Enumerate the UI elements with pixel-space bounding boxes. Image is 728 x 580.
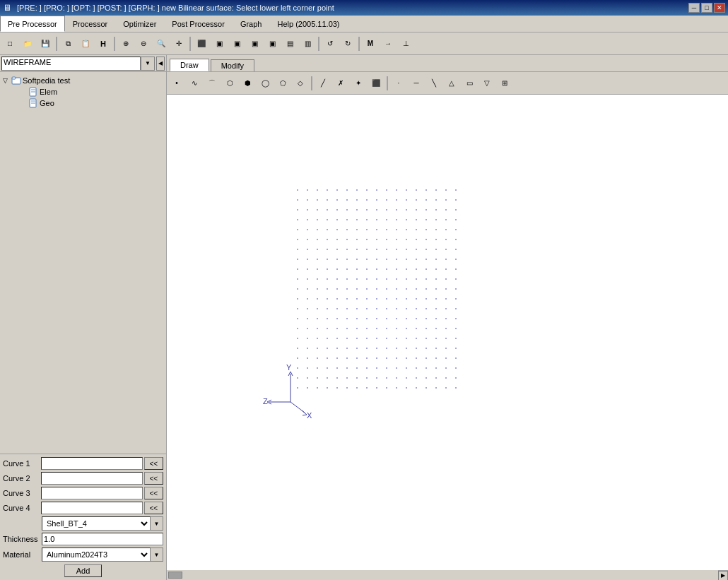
zoom-out-icon[interactable]: ⊖ — [135, 35, 152, 52]
view1-icon[interactable]: ⬛ — [193, 35, 210, 52]
curve4-button[interactable]: << — [144, 502, 163, 514]
material-dropdown-arrow[interactable]: ▼ — [151, 548, 163, 562]
hide-icon[interactable]: H — [95, 35, 112, 52]
menu-tab-graph[interactable]: Graph — [233, 16, 270, 32]
collapse-button[interactable]: ◀ — [156, 57, 165, 71]
minimize-button[interactable]: ─ — [688, 3, 700, 13]
view6-icon[interactable]: ▤ — [281, 35, 298, 52]
curve4-input[interactable] — [41, 502, 143, 514]
poly-tool1-icon[interactable]: ⬡ — [221, 75, 238, 92]
shape-tool2-icon[interactable]: ⬠ — [274, 75, 291, 92]
rect-tool-icon[interactable]: ▭ — [461, 75, 478, 92]
toolbar-separator — [189, 37, 191, 51]
wireframe-arrow[interactable]: ▼ — [141, 57, 155, 71]
pan-icon[interactable]: ✛ — [170, 35, 187, 52]
open-file-icon[interactable]: 📁 — [19, 35, 36, 52]
view4-icon[interactable]: ▣ — [246, 35, 263, 52]
toolbar-separator — [318, 37, 319, 51]
curve2-button[interactable]: << — [144, 472, 163, 485]
view5-icon[interactable]: ▣ — [264, 35, 281, 52]
material-row: Material Aluminum2024T3 ▼ — [3, 548, 163, 562]
zoom-box-icon[interactable]: 🔍 — [153, 35, 170, 52]
tri-tool-icon[interactable]: △ — [443, 75, 460, 92]
scroll-right-arrow[interactable]: ▶ — [718, 571, 728, 581]
poly-tool2-icon[interactable]: ⬢ — [239, 75, 256, 92]
curve2-input[interactable] — [41, 472, 143, 485]
scroll-thumb-bottom[interactable] — [168, 572, 182, 579]
thickness-input[interactable] — [42, 533, 163, 545]
toolbar-separator — [358, 37, 360, 51]
scroll-track-bottom[interactable] — [167, 570, 718, 581]
curve1-input[interactable] — [41, 457, 143, 470]
rotate2-icon[interactable]: ↻ — [339, 35, 356, 52]
arc-tool-icon[interactable]: ⌒ — [204, 75, 221, 92]
drawtoolbar-separator — [387, 76, 388, 90]
extra-tool-icon[interactable]: ⊞ — [496, 75, 513, 92]
paste-icon[interactable]: 📋 — [77, 35, 94, 52]
tree-label-root: Softpedia test — [23, 76, 70, 85]
menu-tab-pre-processor[interactable]: Pre Processor — [0, 16, 65, 32]
tree-expand-icon: ▽ — [3, 77, 11, 84]
canvas-area[interactable] — [167, 95, 728, 570]
surf-tool-icon[interactable]: ⬛ — [368, 75, 384, 92]
pt-tool2-icon[interactable]: · — [390, 75, 407, 92]
rotate1-icon[interactable]: ↺ — [322, 35, 339, 52]
curve4-row: Curve 4 << — [3, 502, 163, 514]
tree-item-root[interactable]: ▽ Softpedia test — [3, 75, 163, 86]
curve4-label: Curve 4 — [3, 504, 41, 512]
thickness-label: Thickness — [3, 535, 42, 543]
add-button[interactable]: Add — [64, 564, 102, 577]
draw-tab-modify[interactable]: Modify — [211, 59, 254, 71]
view3-icon[interactable]: ▣ — [228, 35, 245, 52]
material-select-wrap: Aluminum2024T3 ▼ — [42, 548, 163, 562]
tree-doc-icon-geo — [28, 98, 38, 108]
spline-tool-icon[interactable]: ∿ — [186, 75, 203, 92]
thickness-row: Thickness — [3, 533, 163, 545]
save-file-icon[interactable]: 💾 — [37, 35, 54, 52]
menu-tab-post-processor[interactable]: Post Processor — [164, 16, 233, 32]
diag-tool-icon[interactable]: ╲ — [425, 75, 442, 92]
main-toolbar: □📁💾⧉📋H⊕⊖🔍✛⬛▣▣▣▣▤▥↺↻M→⊥ — [0, 32, 728, 55]
copy-icon[interactable]: ⧉ — [59, 35, 76, 52]
view2-icon[interactable]: ▣ — [211, 35, 228, 52]
perp-icon[interactable]: ⊥ — [397, 35, 414, 52]
wireframe-select[interactable]: WIREFRAME — [1, 57, 141, 71]
bottom-form: Curve 1 << Curve 2 << Curve 3 << Curve 4… — [0, 454, 166, 580]
maximize-button[interactable]: □ — [701, 3, 712, 13]
shell-row: Shell_BT_4 ▼ — [3, 516, 163, 531]
cross-tool-icon[interactable]: ✗ — [332, 75, 349, 92]
menu-tab-optimizer[interactable]: Optimizer — [115, 16, 164, 32]
shape-tool3-icon[interactable]: ◇ — [292, 75, 309, 92]
window-title: [PRE: ] [PRO: ] [OPT: ] [POST: ] [GRPH: … — [17, 4, 334, 12]
zoom-in-icon[interactable]: ⊕ — [117, 35, 134, 52]
drawtoolbar-separator — [311, 76, 312, 90]
curve2-label: Curve 2 — [3, 474, 41, 483]
close-button[interactable]: ✕ — [714, 3, 725, 13]
tree-view: ▽ Softpedia test — [0, 72, 166, 454]
dtri-tool-icon[interactable]: ▽ — [479, 75, 495, 92]
bottom-scrollbar: ▶ — [167, 570, 728, 580]
draw-tab-draw[interactable]: Draw — [170, 59, 209, 71]
shell-dropdown-arrow[interactable]: ▼ — [151, 516, 163, 531]
curve3-input[interactable] — [41, 487, 143, 499]
point-tool-icon[interactable]: • — [168, 75, 185, 92]
tree-item-geo[interactable]: Geo — [3, 97, 163, 109]
arrow-r-icon[interactable]: → — [380, 35, 397, 52]
curve3-label: Curve 3 — [3, 489, 41, 497]
menu-tab-processor[interactable]: Processor — [65, 16, 116, 32]
line-tool1-icon[interactable]: ╱ — [315, 75, 331, 92]
line-tool2-icon[interactable]: ─ — [408, 75, 425, 92]
wireframe-bar: WIREFRAME ▼ ◀ — [0, 55, 166, 72]
tree-item-elem[interactable]: Elem — [3, 86, 163, 97]
shell-select[interactable]: Shell_BT_4 — [42, 516, 151, 531]
menu-tab-help-(2005.11.03)[interactable]: Help (2005.11.03) — [269, 16, 347, 32]
curve1-button[interactable]: << — [144, 457, 163, 470]
m-icon[interactable]: M — [362, 35, 379, 52]
shape-tool1-icon[interactable]: ◯ — [257, 75, 274, 92]
material-label: Material — [3, 550, 42, 559]
new-file-icon[interactable]: □ — [1, 35, 18, 52]
node-tool-icon[interactable]: ✦ — [350, 75, 367, 92]
curve3-button[interactable]: << — [144, 487, 163, 499]
material-select[interactable]: Aluminum2024T3 — [42, 548, 151, 562]
view7-icon[interactable]: ▥ — [299, 35, 316, 52]
